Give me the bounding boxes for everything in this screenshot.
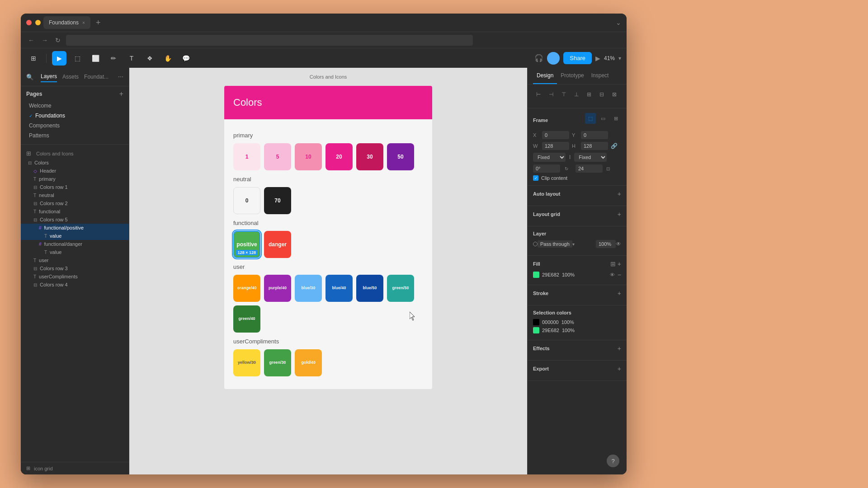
align-right-button[interactable]: ⊤ <box>558 89 569 100</box>
layer-header[interactable]: ◇ Header <box>21 167 129 175</box>
swatch-yellow[interactable]: yellow/30 <box>233 349 260 376</box>
constrain-proportions-icon[interactable]: 🔗 <box>611 143 618 149</box>
layer-blend-mode-dropdown[interactable]: Pass through <box>538 240 572 248</box>
page-item-welcome[interactable]: Welcome <box>26 101 123 111</box>
swatch-blue-light[interactable]: blue/30 <box>295 275 322 302</box>
fill-add-button[interactable]: + <box>618 260 621 267</box>
swatch-primary-10[interactable]: 10 <box>295 143 322 170</box>
swatch-neutral-0[interactable]: 0 <box>233 187 260 214</box>
layer-value-2[interactable]: T value <box>21 248 129 256</box>
page-item-components[interactable]: Components <box>26 121 123 131</box>
x-input[interactable] <box>542 131 569 139</box>
layer-value-1[interactable]: T value <box>21 232 129 240</box>
swatch-green2[interactable]: green/30 <box>264 349 291 376</box>
swatch-orange[interactable]: orange/40 <box>233 275 260 302</box>
layer-user-text[interactable]: T user <box>21 256 129 264</box>
rotation-input[interactable] <box>533 164 560 173</box>
panel-options-icon[interactable]: ⋯ <box>118 74 123 80</box>
frame-opt-1[interactable]: ⬚ <box>585 113 596 124</box>
layer-primary-text[interactable]: T primary <box>21 175 129 183</box>
layer-functional-positive[interactable]: # functional/positive <box>21 224 129 232</box>
stroke-add-button[interactable]: + <box>618 290 621 297</box>
align-left-button[interactable]: ⊢ <box>533 89 544 100</box>
fill-remove-button[interactable]: − <box>618 271 621 278</box>
comment-tool[interactable]: 💬 <box>179 51 193 66</box>
canvas-area[interactable]: Colors and Icons Colors primary 1 5 10 2… <box>129 68 527 474</box>
tab-close-button[interactable]: × <box>82 20 85 25</box>
swatch-primary-5[interactable]: 5 <box>264 143 291 170</box>
swatch-purple[interactable]: purple/40 <box>264 275 291 302</box>
new-tab-button[interactable]: + <box>92 18 104 28</box>
icon-grid-label[interactable]: icon grid <box>34 466 53 471</box>
tab-layers[interactable]: Layers <box>41 71 57 82</box>
constraint-x-dropdown[interactable]: Fixed <box>533 153 566 162</box>
fill-style-icon[interactable]: ⊞ <box>610 260 616 267</box>
swatch-teal[interactable]: green/50 <box>387 275 414 302</box>
layer-user-compliments-text[interactable]: T userCompliments <box>21 272 129 281</box>
layer-colors-row-5[interactable]: ⊟ Colors row 5 <box>21 216 129 224</box>
swatch-blue[interactable]: blue/40 <box>326 275 353 302</box>
layer-functional-danger[interactable]: # functional/danger <box>21 240 129 248</box>
fill-hex-value[interactable]: 29E682 <box>542 272 559 277</box>
zoom-dropdown-icon[interactable]: ▾ <box>618 55 621 61</box>
swatch-neutral-70[interactable]: 70 <box>264 187 291 214</box>
fill-opacity-value[interactable]: 100% <box>562 272 575 277</box>
tab-assets[interactable]: Assets <box>62 72 79 82</box>
page-item-patterns[interactable]: Patterns <box>26 131 123 141</box>
swatch-danger[interactable]: danger <box>264 231 291 258</box>
fill-color-swatch[interactable] <box>533 272 539 278</box>
layer-colors-row-1[interactable]: ⊟ Colors row 1 <box>21 183 129 191</box>
close-window-button[interactable] <box>26 20 32 25</box>
sel-color-swatch-1[interactable] <box>533 319 539 325</box>
layer-colors[interactable]: ⊟ Colors <box>21 159 129 167</box>
swatch-green[interactable]: green/40 <box>233 305 260 333</box>
swatch-positive[interactable]: positive 128 × 128 <box>233 231 260 258</box>
page-item-foundations[interactable]: ✓ Foundations <box>26 111 123 121</box>
frame-opt-2[interactable]: ▭ <box>598 113 609 124</box>
menu-button[interactable]: ⊞ <box>26 51 41 66</box>
play-icon[interactable]: ▶ <box>595 55 600 62</box>
zoom-level[interactable]: 41% <box>604 55 615 61</box>
swatch-blue-50[interactable]: blue/50 <box>356 275 383 302</box>
reload-button[interactable]: ↻ <box>53 36 62 45</box>
minimize-window-button[interactable] <box>35 20 41 25</box>
share-button[interactable]: Share <box>563 52 592 64</box>
swatch-primary-1[interactable]: 1 <box>233 143 260 170</box>
forward-button[interactable]: → <box>40 36 50 45</box>
sel-color-swatch-2[interactable] <box>533 327 539 333</box>
audio-icon[interactable]: 🎧 <box>534 54 543 62</box>
browser-tab[interactable]: Foundations × <box>43 16 90 29</box>
tab-prototype[interactable]: Prototype <box>557 68 587 84</box>
text-tool[interactable]: T <box>124 51 139 66</box>
sel-color-hex-2[interactable]: 29E682 <box>542 328 559 333</box>
frame-opt-3[interactable]: ⊞ <box>610 113 621 124</box>
url-bar[interactable] <box>66 35 473 46</box>
swatch-primary-50[interactable]: 50 <box>387 143 414 170</box>
w-input[interactable] <box>542 142 569 150</box>
swatch-primary-30[interactable]: 30 <box>356 143 383 170</box>
select-tool[interactable]: ▶ <box>52 51 66 66</box>
sel-color-hex-1[interactable]: 000000 <box>542 319 559 325</box>
align-bottom-button[interactable]: ⊟ <box>596 89 607 100</box>
tab-design[interactable]: Design <box>533 68 557 84</box>
export-add-button[interactable]: + <box>618 365 621 372</box>
search-icon[interactable]: 🔍 <box>26 74 33 80</box>
align-center-button[interactable]: ⊣ <box>546 89 557 100</box>
constraint-y-dropdown[interactable]: Fixed <box>574 153 607 162</box>
hand-tool[interactable]: ✋ <box>160 51 175 66</box>
layer-colors-row-2[interactable]: ⊟ Colors row 2 <box>21 199 129 207</box>
swatch-gold[interactable]: gold/40 <box>295 349 322 376</box>
effects-add-button[interactable]: + <box>618 345 621 352</box>
h-input[interactable] <box>581 142 608 150</box>
tab-inspect[interactable]: Inspect <box>588 68 613 84</box>
layer-visibility-toggle[interactable]: 👁 <box>616 241 621 247</box>
shape-tool[interactable]: ⬜ <box>88 51 103 66</box>
fill-visibility-icon[interactable]: 👁 <box>610 272 615 277</box>
component-tool[interactable]: ❖ <box>142 51 157 66</box>
user-avatar[interactable] <box>547 52 560 65</box>
layer-colors-row-3[interactable]: ⊟ Colors row 3 <box>21 264 129 272</box>
y-input[interactable] <box>581 131 608 139</box>
back-button[interactable]: ← <box>26 36 36 45</box>
pages-add-button[interactable]: + <box>119 90 123 98</box>
layer-colors-row-4[interactable]: ⊟ Colors row 4 <box>21 281 129 289</box>
